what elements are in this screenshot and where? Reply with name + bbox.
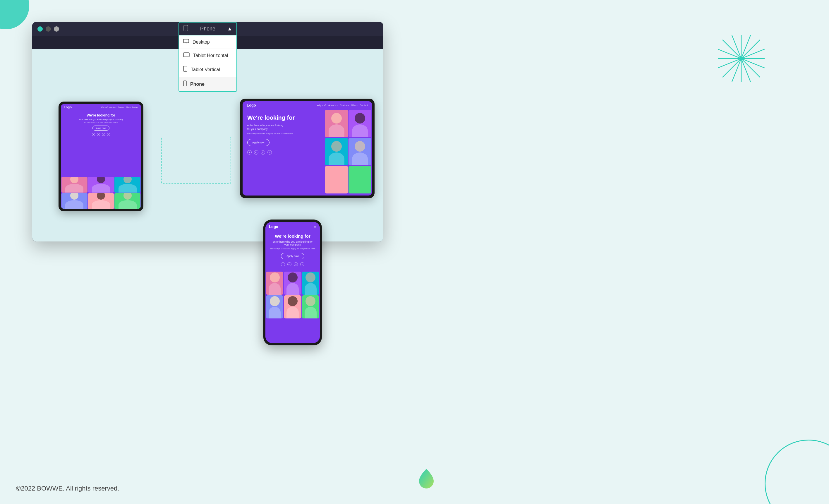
- grid-cell-6: [114, 193, 140, 209]
- phone-social-ig: ◎: [294, 262, 298, 266]
- tablet-h-social-ig: ◎: [261, 150, 265, 154]
- social-facebook: f: [92, 133, 95, 136]
- phone-cell-3: [302, 272, 319, 295]
- tablet-horizontal-screen: Logo Why us? About us Reviews Offers Con…: [243, 101, 372, 195]
- tablet-h-social-li: in: [254, 150, 258, 154]
- phone-social-fb: f: [281, 262, 285, 266]
- tablet-vertical-label: Tablet Vertical: [191, 67, 220, 72]
- tablet-h-site: Logo Why us? About us Reviews Offers Con…: [243, 101, 372, 195]
- grid-cell-2: [88, 177, 114, 192]
- decorative-circle-bottom-right: [765, 440, 829, 504]
- tablet-horizontal-icon: [183, 52, 190, 59]
- phone-screen: Logo ≡ We're looking for enter here who …: [265, 222, 320, 343]
- svg-rect-13: [183, 53, 189, 57]
- svg-rect-10: [183, 39, 189, 43]
- tablet-v-hero-title: We're looking for: [64, 113, 138, 117]
- grid-cell-5: [88, 193, 114, 209]
- phone-hamburger-icon: ≡: [314, 224, 316, 229]
- tablet-h-cell-1: [325, 110, 348, 137]
- device-option-tablet-vertical[interactable]: Tablet Vertical: [179, 62, 237, 77]
- decorative-circle-teal: [0, 0, 29, 29]
- svg-point-16: [185, 71, 185, 71]
- tablet-h-cell-3: [325, 138, 348, 166]
- tablet-h-desc: encourage visitors to apply for the pisi…: [247, 132, 320, 135]
- device-dropdown: Desktop Tablet Horizontal Tablet Vertica…: [179, 35, 237, 92]
- tablet-h-cell-6: [349, 166, 371, 193]
- tablet-v-subtitle: enter here who you are looking for your …: [64, 118, 138, 120]
- phone-apply-button[interactable]: Apply now: [281, 253, 304, 259]
- desktop-icon: [183, 39, 189, 45]
- tablet-v-hero: We're looking for enter here who you are…: [61, 110, 141, 177]
- footer: ©2022 BOWWE. All rights reserved.: [16, 485, 119, 492]
- tablet-vertical-icon: [183, 66, 187, 73]
- browser-dot-dark[interactable]: [46, 26, 51, 32]
- copyright-text: ©2022 BOWWE. All rights reserved.: [16, 485, 119, 492]
- tablet-h-logo: Logo: [247, 103, 256, 107]
- phone-social: f in ◎ h: [269, 262, 316, 266]
- social-other: h: [107, 133, 110, 136]
- nav-link-reviews: Reviews: [118, 106, 124, 108]
- tablet-h-apply-button[interactable]: Apply now: [247, 139, 269, 146]
- desktop-label: Desktop: [192, 39, 210, 45]
- tablet-v-apply-button[interactable]: Apply now: [93, 125, 109, 131]
- selection-box: [161, 137, 231, 183]
- phone-cell-6: [302, 295, 319, 318]
- tablet-h-nav-contact: Contact: [360, 104, 368, 107]
- nav-link-offers: Offers: [126, 106, 131, 108]
- phone-social-li: in: [287, 262, 291, 266]
- nav-link-contact: Contact: [132, 106, 138, 108]
- nav-link-about: About us: [109, 106, 116, 108]
- device-tablet-horizontal: Logo Why us? About us Reviews Offers Con…: [240, 99, 374, 198]
- tablet-h-nav-about: About us: [328, 104, 338, 107]
- decorative-droplet: [414, 466, 438, 490]
- phone-label: Phone: [190, 82, 205, 87]
- phone-icon: [183, 80, 187, 88]
- tablet-h-nav-links: Why us? About us Reviews Offers Contact: [317, 104, 368, 107]
- tablet-h-title: We're looking for: [247, 114, 320, 121]
- phone-cell-4: [266, 295, 283, 318]
- tablet-h-social-fb: f: [247, 150, 252, 154]
- phone-cell-5: [284, 295, 301, 318]
- phone-desc: encourage visitors to apply for the pisi…: [269, 247, 316, 250]
- tablet-h-hero: We're looking for enter here who you are…: [243, 109, 325, 194]
- svg-point-18: [185, 85, 185, 86]
- device-option-desktop[interactable]: Desktop: [179, 35, 237, 49]
- phone-icon-selected: [183, 25, 188, 33]
- phone-site: Logo ≡ We're looking for enter here who …: [265, 222, 320, 343]
- grid-cell-4: [62, 193, 87, 209]
- tablet-h-social: f in ◎ h: [247, 150, 320, 154]
- tablet-h-subtitle: enter here who you are lookingfor your c…: [247, 123, 320, 131]
- phone-social-h: h: [300, 262, 304, 266]
- phone-cell-2: [284, 272, 301, 295]
- tablet-v-logo: Logo: [64, 105, 72, 109]
- device-selector-label: Phone: [200, 26, 215, 32]
- social-linkedin: in: [97, 133, 100, 136]
- svg-point-9: [185, 30, 186, 30]
- phone-hero: We're looking for enter here who you are…: [265, 230, 320, 272]
- browser-dot-green[interactable]: [37, 26, 43, 32]
- phone-grid: [265, 272, 320, 318]
- grid-cell-1: [62, 177, 87, 192]
- device-option-phone[interactable]: Phone: [179, 77, 237, 91]
- device-tablet-vertical: Logo Why us? About us Reviews Offers Con…: [59, 102, 143, 211]
- device-option-tablet-horizontal[interactable]: Tablet Horizontal: [179, 49, 237, 62]
- tablet-h-nav-reviews: Reviews: [340, 104, 349, 107]
- browser-dot-light[interactable]: [54, 26, 59, 32]
- decorative-starburst: [718, 35, 765, 82]
- svg-point-14: [184, 55, 184, 55]
- tablet-v-desc: encourage visitors to apply for the pisi…: [64, 121, 138, 123]
- tablet-h-cell-2: [349, 110, 371, 137]
- tablet-h-grid: [325, 109, 372, 194]
- tablet-h-cell-5: [325, 166, 348, 193]
- phone-hero-title: We're looking for: [269, 233, 316, 239]
- phone-nav: Logo ≡: [265, 222, 320, 230]
- tablet-vertical-screen: Logo Why us? About us Reviews Offers Con…: [61, 104, 141, 209]
- device-selector-button[interactable]: Phone ▲: [179, 22, 237, 35]
- tablet-v-social: f in ◎ h: [64, 133, 138, 136]
- tablet-horizontal-label: Tablet Horizontal: [193, 53, 228, 58]
- tablet-h-social-h: h: [267, 150, 272, 154]
- phone-cell-1: [266, 272, 283, 295]
- nav-link-whyus: Why us?: [101, 106, 108, 108]
- phone-subtitle: enter here who you are looking foryour c…: [269, 240, 316, 246]
- phone-logo: Logo: [269, 224, 278, 229]
